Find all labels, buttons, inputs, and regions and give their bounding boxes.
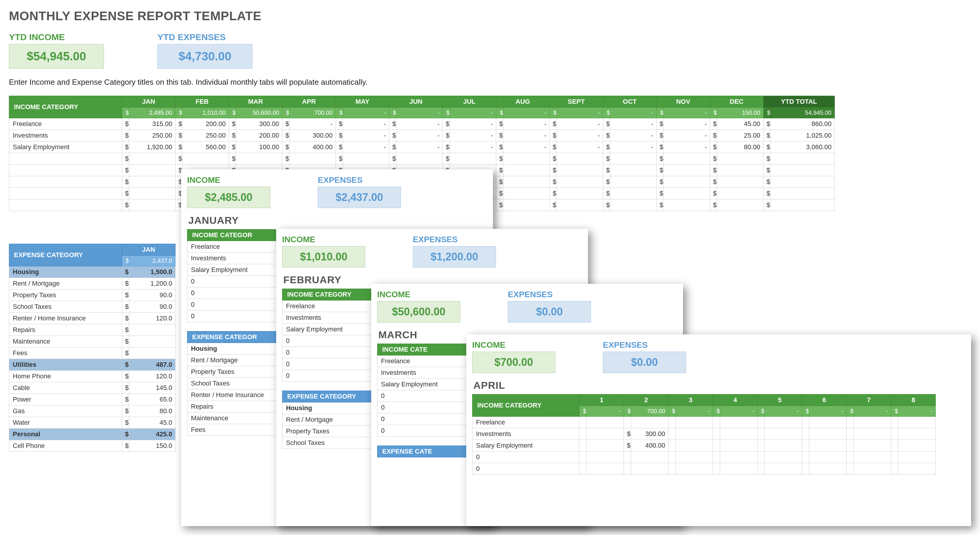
table-row[interactable]: Salary Employment$400.00: [473, 440, 936, 452]
apr-expenses-value: $0.00: [603, 351, 686, 373]
ytd-income-value: $54,945.00: [9, 44, 104, 69]
table-row[interactable]: 0: [473, 463, 936, 475]
ytd-income-label: YTD INCOME: [9, 32, 104, 42]
list-item[interactable]: Salary Employment: [188, 264, 277, 276]
table-row[interactable]: Freelance: [473, 417, 936, 428]
list-item[interactable]: Repairs: [188, 401, 277, 412]
mar-income-label: INCOME: [377, 290, 460, 299]
jan-income-label: INCOME: [187, 176, 270, 185]
list-item[interactable]: Investments: [188, 252, 277, 264]
list-item[interactable]: 0: [377, 425, 466, 437]
list-item[interactable]: 0: [377, 402, 466, 414]
list-item[interactable]: 0: [188, 311, 277, 322]
feb-income-list[interactable]: INCOME CATEGORYFreelanceInvestmentsSalar…: [282, 289, 372, 382]
table-row[interactable]: Cable$145.0: [9, 382, 175, 394]
page-title: MONTHLY EXPENSE REPORT TEMPLATE: [9, 9, 971, 23]
ytd-summary: YTD INCOME $54,945.00 YTD EXPENSES $4,73…: [9, 32, 971, 69]
table-row[interactable]: Fees$: [9, 347, 175, 359]
list-item[interactable]: Salary Employment: [377, 378, 466, 390]
feb-income-label: INCOME: [282, 235, 365, 244]
table-row[interactable]: Investments$250.00$250.00$200.00$300.00$…: [9, 130, 835, 142]
list-item[interactable]: Investments: [282, 312, 372, 324]
feb-expenses-label: EXPENSES: [413, 235, 496, 244]
list-item[interactable]: Freelance: [282, 300, 372, 312]
list-item[interactable]: 0: [282, 335, 372, 347]
table-row[interactable]: Water$45.0: [9, 417, 175, 429]
list-item[interactable]: Housing: [188, 343, 277, 355]
list-item[interactable]: Investments: [377, 367, 466, 378]
mar-expenses-value: $0.00: [508, 301, 591, 323]
table-row[interactable]: 0: [473, 452, 936, 463]
list-item[interactable]: 0: [188, 299, 277, 311]
table-row[interactable]: Salary Employment$1,920.00$560.00$100.00…: [9, 142, 835, 153]
apr-income-label: INCOME: [472, 340, 555, 350]
instructions-text: Enter Income and Expense Category titles…: [9, 78, 971, 87]
list-item[interactable]: Salary Employment: [282, 324, 372, 335]
list-item[interactable]: Freelance: [377, 356, 466, 367]
apr-income-table[interactable]: INCOME CATEGORY12345678$-$700.00$-$-$-$-…: [472, 394, 936, 475]
list-item[interactable]: 0: [188, 287, 277, 299]
list-item[interactable]: 0: [282, 370, 372, 382]
jan-expenses-label: EXPENSES: [318, 176, 401, 185]
table-row[interactable]: Housing$1,500.0: [9, 266, 175, 278]
apr-expenses-label: EXPENSES: [603, 340, 686, 350]
ytd-expenses-value: $4,730.00: [158, 44, 253, 69]
table-row[interactable]: Freelance$315.00$200.00$300.00$-$-$-$-$-…: [9, 118, 835, 130]
table-row[interactable]: Property Taxes$90.0: [9, 289, 175, 301]
feb-expense-list[interactable]: EXPENSE CATEGORYHousingRent / MortgagePr…: [282, 391, 372, 449]
table-row[interactable]: Personal$425.0: [9, 429, 175, 440]
april-panel: INCOME $700.00 EXPENSES $0.00 APRIL INCO…: [466, 334, 971, 526]
table-row[interactable]: Cell Phone$150.0: [9, 440, 175, 452]
mar-income-list[interactable]: INCOME CATEFreelanceInvestmentsSalary Em…: [377, 343, 466, 437]
list-item[interactable]: Fees: [188, 424, 277, 436]
list-item[interactable]: 0: [377, 390, 466, 402]
mar-income-value: $50,600.00: [377, 301, 460, 323]
feb-income-value: $1,010.00: [282, 246, 365, 267]
jan-month-title: JANUARY: [188, 215, 487, 226]
list-item[interactable]: School Taxes: [282, 437, 372, 449]
expense-table[interactable]: EXPENSE CATEGORYJAN$2,437.0Housing$1,500…: [9, 244, 175, 452]
table-row[interactable]: $$$$$$$$$$$$$: [9, 153, 835, 164]
mar-expense-list[interactable]: EXPENSE CATE: [377, 446, 466, 457]
list-item[interactable]: Renter / Home Insurance: [188, 390, 277, 401]
list-item[interactable]: Maintenance: [188, 412, 277, 424]
jan-expense-list[interactable]: EXPENSE CATEGORHousingRent / MortgagePro…: [187, 331, 277, 436]
list-item[interactable]: School Taxes: [188, 378, 277, 390]
table-row[interactable]: Investments$300.00: [473, 428, 936, 440]
list-item[interactable]: Rent / Mortgage: [282, 414, 372, 426]
jan-expenses-value: $2,437.00: [318, 187, 401, 208]
list-item[interactable]: 0: [282, 358, 372, 370]
list-item[interactable]: Property Taxes: [282, 426, 372, 437]
list-item[interactable]: Freelance: [188, 241, 277, 252]
table-row[interactable]: Gas$80.0: [9, 406, 175, 417]
feb-expenses-value: $1,200.00: [413, 246, 496, 267]
jan-income-list[interactable]: INCOME CATEGORFreelanceInvestmentsSalary…: [187, 229, 277, 322]
list-item[interactable]: Housing: [282, 402, 372, 414]
ytd-expenses-label: YTD EXPENSES: [158, 32, 253, 42]
table-row[interactable]: Maintenance$: [9, 336, 175, 347]
list-item[interactable]: Rent / Mortgage: [188, 355, 277, 366]
table-row[interactable]: Renter / Home Insurance$120.0: [9, 313, 175, 324]
table-row[interactable]: Power$65.0: [9, 394, 175, 406]
list-item[interactable]: 0: [282, 347, 372, 358]
list-item[interactable]: 0: [377, 414, 466, 425]
table-row[interactable]: Home Phone$120.0: [9, 371, 175, 382]
apr-month-title: APRIL: [473, 380, 965, 391]
list-item[interactable]: 0: [188, 276, 277, 287]
table-row[interactable]: Rent / Mortgage$1,200.0: [9, 278, 175, 289]
jan-income-value: $2,485.00: [187, 187, 270, 208]
list-item[interactable]: Property Taxes: [188, 366, 277, 378]
apr-income-value: $700.00: [472, 351, 555, 373]
table-row[interactable]: Repairs$: [9, 324, 175, 336]
table-row[interactable]: School Taxes$90.0: [9, 301, 175, 313]
table-row[interactable]: Utilities$487.0: [9, 359, 175, 371]
mar-expenses-label: EXPENSES: [508, 290, 591, 299]
